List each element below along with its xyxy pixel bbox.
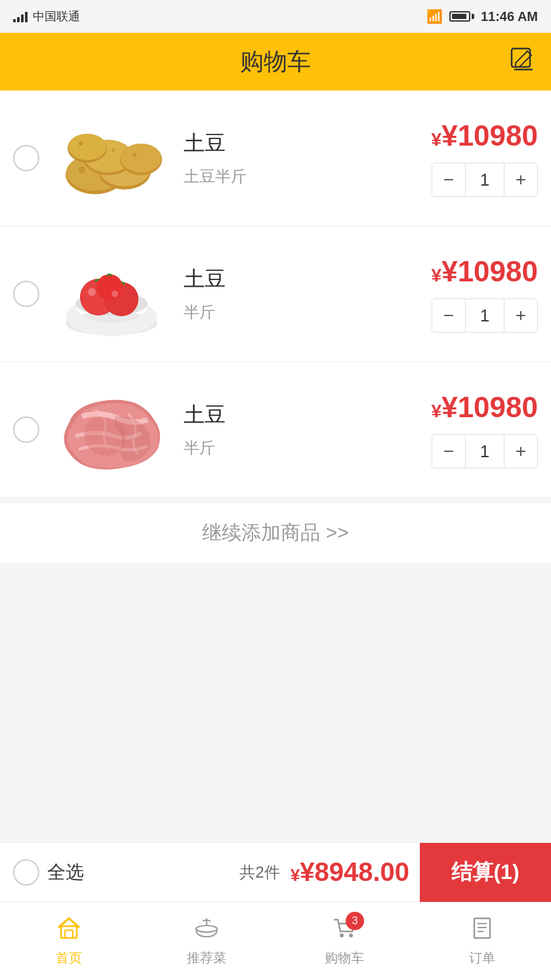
svg-point-28: [96, 274, 123, 300]
header: 购物车: [0, 33, 551, 91]
item-price-1: ¥¥10980: [432, 119, 538, 152]
item-image-2: [52, 245, 171, 343]
time-text: 11:46 AM: [481, 9, 538, 24]
item-price-3: ¥¥10980: [432, 391, 538, 424]
svg-point-30: [88, 288, 96, 296]
svg-point-34: [196, 926, 217, 932]
svg-point-13: [112, 148, 115, 152]
status-left: 中国联通: [13, 9, 80, 24]
svg-point-31: [112, 291, 118, 297]
total-count: 共2件: [239, 862, 279, 883]
dish-icon: [194, 916, 220, 945]
battery-icon: [449, 11, 474, 22]
tab-home[interactable]: 首页: [0, 902, 138, 980]
cart-item-2: 土豆 半斤 ¥¥10980 − 1 +: [0, 226, 551, 362]
tab-recommend-label: 推荐菜: [187, 949, 226, 967]
total-price: ¥¥8948.00: [291, 857, 409, 887]
cart-item-3: 土豆 半斤 ¥¥10980 − 1 +: [0, 362, 551, 498]
add-more-button[interactable]: 继续添加商品 >>: [0, 503, 551, 562]
home-icon: [56, 916, 82, 945]
item-checkbox-1[interactable]: [13, 145, 39, 171]
item-desc-1: 土豆半斤: [184, 166, 425, 187]
cart-badge: 3: [346, 912, 364, 930]
qty-increase-2[interactable]: +: [504, 299, 537, 332]
status-bar: 中国联通 📶 11:46 AM: [0, 0, 551, 33]
tab-home-label: 首页: [56, 949, 82, 967]
quantity-control-3: − 1 +: [432, 434, 538, 468]
cart-items-container: 土豆 土豆半斤 ¥¥10980 − 1 +: [0, 91, 551, 498]
tab-orders[interactable]: 订单: [413, 902, 551, 980]
item-name-1: 土豆: [184, 129, 425, 158]
orders-icon: [469, 916, 495, 945]
checkout-button[interactable]: 结算(1): [420, 843, 551, 902]
item-checkbox-3[interactable]: [13, 417, 39, 443]
potato-image: [56, 112, 167, 204]
carrier-text: 中国联通: [33, 9, 80, 24]
qty-increase-1[interactable]: +: [504, 163, 537, 196]
item-checkbox-2[interactable]: [13, 281, 39, 307]
checkout-label: 结算(1): [451, 858, 519, 887]
qty-increase-3[interactable]: +: [504, 435, 537, 468]
select-all-label: 全选: [47, 860, 84, 885]
item-info-1: 土豆 土豆半斤: [184, 129, 425, 187]
add-more-label: 继续添加商品 >>: [202, 520, 348, 546]
tab-cart[interactable]: 3 购物车: [276, 902, 413, 980]
page-title: 购物车: [240, 46, 311, 78]
svg-point-16: [133, 153, 136, 157]
item-image-1: [52, 109, 171, 207]
item-desc-3: 半斤: [184, 438, 425, 459]
svg-point-19: [79, 142, 83, 146]
item-info-2: 土豆 半斤: [184, 265, 425, 323]
item-name-3: 土豆: [184, 401, 425, 430]
item-price-2: ¥¥10980: [432, 255, 538, 288]
select-all-area: 全选: [0, 859, 97, 886]
select-all-checkbox[interactable]: [13, 859, 39, 886]
checkout-bar: 全选 共2件 ¥¥8948.00 结算(1): [0, 842, 551, 901]
svg-point-15: [121, 144, 161, 173]
qty-decrease-1[interactable]: −: [432, 163, 465, 196]
qty-value-1: 1: [465, 163, 504, 196]
item-desc-2: 半斤: [184, 302, 425, 323]
item-info-3: 土豆 半斤: [184, 401, 425, 459]
svg-point-37: [349, 933, 353, 937]
signal-icon: [13, 10, 28, 22]
tab-orders-label: 订单: [469, 949, 495, 967]
svg-point-18: [68, 134, 106, 160]
qty-decrease-3[interactable]: −: [432, 435, 465, 468]
cart-item-1: 土豆 土豆半斤 ¥¥10980 − 1 +: [0, 91, 551, 226]
qty-decrease-2[interactable]: −: [432, 299, 465, 332]
tomato-image: [56, 248, 167, 340]
quantity-control-1: − 1 +: [432, 163, 538, 197]
item-right-1: ¥¥10980 − 1 +: [432, 119, 538, 197]
qty-value-2: 1: [465, 299, 504, 332]
item-right-2: ¥¥10980 − 1 +: [432, 255, 538, 333]
tab-recommend[interactable]: 推荐菜: [138, 902, 276, 980]
item-image-3: [52, 380, 171, 479]
meat-image: [56, 384, 167, 476]
edit-button[interactable]: [509, 46, 535, 77]
svg-point-36: [340, 933, 344, 937]
tab-cart-label: 购物车: [325, 949, 364, 967]
quantity-control-2: − 1 +: [432, 298, 538, 333]
status-right: 📶 11:46 AM: [426, 9, 538, 24]
bottom-bar: 全选 共2件 ¥¥8948.00 结算(1) 首页: [0, 842, 551, 980]
total-area: 共2件 ¥¥8948.00: [97, 857, 420, 887]
tab-bar: 首页 推荐菜 3: [0, 901, 551, 980]
svg-rect-32: [61, 926, 77, 938]
qty-value-3: 1: [465, 435, 504, 468]
item-name-2: 土豆: [184, 265, 425, 294]
svg-rect-33: [65, 930, 73, 938]
svg-point-4: [79, 167, 85, 173]
wifi-icon: 📶: [426, 9, 443, 24]
cart-icon: 3: [331, 916, 357, 945]
item-right-3: ¥¥10980 − 1 +: [432, 391, 538, 468]
